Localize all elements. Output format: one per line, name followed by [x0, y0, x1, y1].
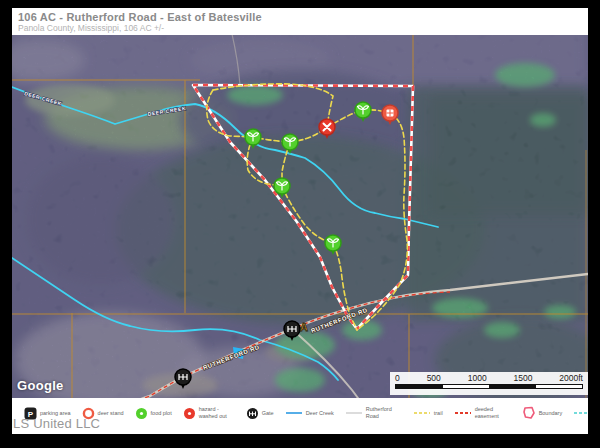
- scale-tick: 500: [427, 373, 441, 383]
- aerial-map[interactable]: DEER CREEK DEER CREEK: [12, 8, 588, 398]
- map-viewport[interactable]: DEER CREEK DEER CREEK: [12, 8, 588, 398]
- gate-icon: [246, 407, 259, 420]
- stream-line-icon: [573, 410, 588, 416]
- scale-tick: 2000ft: [559, 373, 583, 383]
- scale-bar: 0 500 1000 1500 2000ft: [390, 372, 588, 395]
- legend-item: trail: [413, 410, 443, 417]
- legend-item: deeded easement: [454, 406, 511, 419]
- food-plot-icon: [135, 407, 148, 420]
- boundary-icon: [522, 406, 536, 420]
- scale-tick: 1000: [468, 373, 487, 383]
- legend-item: Gate: [246, 407, 274, 420]
- legend-label: deeded easement: [475, 406, 511, 419]
- creek-line-icon: [285, 410, 303, 416]
- attribution-text: MLS United LLC: [2, 416, 100, 431]
- legend-label: Deer Creek: [306, 410, 334, 417]
- legend-label: Rutherford Road: [366, 406, 402, 419]
- legend-label: deer stand: [98, 410, 124, 417]
- frame-left: [0, 0, 12, 434]
- frame-top: [0, 0, 600, 8]
- frame-right: [588, 0, 600, 448]
- road-line-icon: [345, 410, 363, 416]
- google-logo[interactable]: Google: [17, 378, 64, 393]
- hazard-icon: [183, 407, 196, 420]
- trail-line-icon: [413, 410, 431, 416]
- scale-bar-ruler: [395, 384, 583, 389]
- legend-label: Boundary: [539, 410, 563, 417]
- legend-item: Deer Creek: [285, 410, 334, 417]
- legend-label: Gate: [262, 410, 274, 417]
- legend-label: food plot: [151, 410, 172, 417]
- scale-tick: 0: [395, 373, 400, 383]
- legend-item: hazard - washed out: [183, 406, 235, 419]
- legend-label: hazard - washed out: [199, 406, 235, 419]
- legend-item: food plot: [135, 407, 172, 420]
- svg-text:A: A: [300, 321, 308, 333]
- frame-bottom: [0, 434, 600, 448]
- terrain: [12, 8, 588, 398]
- legend-item: Stream, Intermittent: [573, 406, 588, 419]
- map-header: 106 AC - Rutherford Road - East of Bates…: [12, 8, 588, 35]
- easement-line-icon: [454, 410, 472, 416]
- legend-item: Rutherford Road: [345, 406, 402, 419]
- page-subtitle: Panola County, Mississippi, 106 AC +/-: [18, 23, 588, 33]
- scale-tick: 1500: [514, 373, 533, 383]
- legend-item: Boundary: [522, 406, 563, 420]
- legend-label: trail: [434, 410, 443, 417]
- map-screenshot: DEER CREEK DEER CREEK: [0, 0, 600, 448]
- page-title: 106 AC - Rutherford Road - East of Bates…: [18, 11, 588, 23]
- parking-area-marker[interactable]: A: [300, 321, 308, 333]
